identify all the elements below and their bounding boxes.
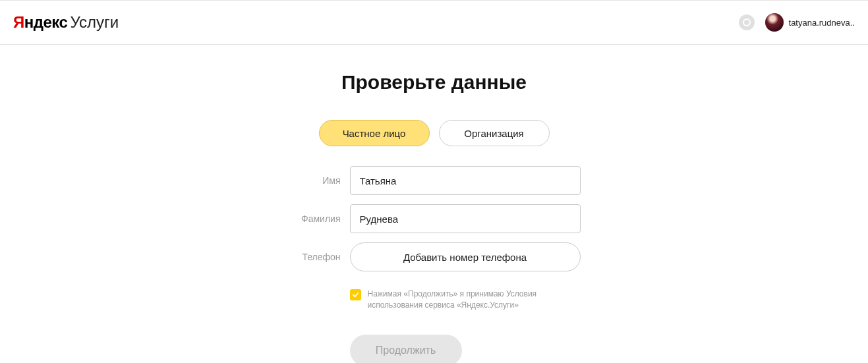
phone-row: Телефон Добавить номер телефона <box>288 242 581 271</box>
avatar <box>765 13 784 32</box>
first-name-row: Имя <box>288 166 581 195</box>
consent-text: Нажимая «Продолжить» я принимаю Условия … <box>368 289 581 311</box>
phone-label: Телефон <box>288 252 341 262</box>
header-right: tatyana.rudneva.. <box>739 13 855 32</box>
account-type-tabs: Частное лицо Организация <box>319 120 550 146</box>
consent-row: Нажимая «Продолжить» я принимаю Условия … <box>350 289 581 311</box>
continue-button[interactable]: Продолжить <box>350 335 462 363</box>
tab-individual[interactable]: Частное лицо <box>319 120 430 146</box>
logo[interactable]: Яндекс Услуги <box>13 13 119 32</box>
form: Имя Фамилия Телефон Добавить номер телеф… <box>288 166 581 363</box>
tab-organization[interactable]: Организация <box>439 120 550 146</box>
first-name-label: Имя <box>288 175 341 186</box>
check-icon <box>352 291 359 298</box>
first-name-input[interactable] <box>350 166 581 195</box>
last-name-input[interactable] <box>350 204 581 233</box>
consent-before: Нажимая «Продолжить» я принимаю <box>368 289 506 298</box>
consent-checkbox[interactable] <box>350 289 361 300</box>
last-name-row: Фамилия <box>288 204 581 233</box>
page-title: Проверьте данные <box>341 71 527 94</box>
add-phone-button[interactable]: Добавить номер телефона <box>350 242 581 271</box>
last-name-label: Фамилия <box>288 213 341 224</box>
search-icon[interactable] <box>739 14 755 30</box>
main: Проверьте данные Частное лицо Организаци… <box>0 45 868 363</box>
logo-services: Услуги <box>70 13 119 32</box>
user-menu[interactable]: tatyana.rudneva.. <box>765 13 855 32</box>
header: Яндекс Услуги tatyana.rudneva.. <box>0 0 868 45</box>
username: tatyana.rudneva.. <box>789 18 855 28</box>
logo-yandex: Яндекс <box>13 13 67 32</box>
